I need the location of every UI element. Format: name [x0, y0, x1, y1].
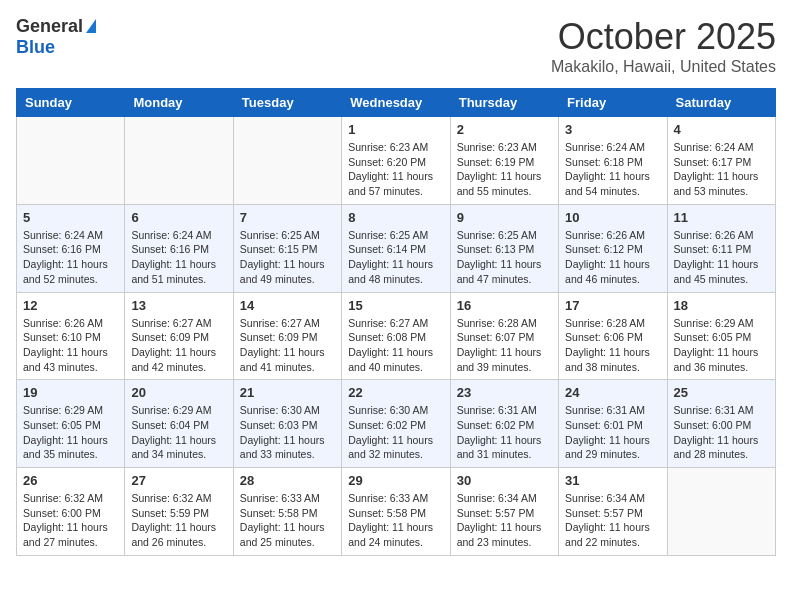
- calendar-cell: 24Sunrise: 6:31 AM Sunset: 6:01 PM Dayli…: [559, 380, 667, 468]
- weekday-header-thursday: Thursday: [450, 89, 558, 117]
- day-info: Sunrise: 6:33 AM Sunset: 5:58 PM Dayligh…: [240, 491, 335, 550]
- day-info: Sunrise: 6:26 AM Sunset: 6:11 PM Dayligh…: [674, 228, 769, 287]
- day-number: 14: [240, 298, 335, 313]
- calendar-cell: 29Sunrise: 6:33 AM Sunset: 5:58 PM Dayli…: [342, 468, 450, 556]
- calendar-cell: 21Sunrise: 6:30 AM Sunset: 6:03 PM Dayli…: [233, 380, 341, 468]
- calendar-cell: 20Sunrise: 6:29 AM Sunset: 6:04 PM Dayli…: [125, 380, 233, 468]
- day-number: 5: [23, 210, 118, 225]
- day-info: Sunrise: 6:23 AM Sunset: 6:19 PM Dayligh…: [457, 140, 552, 199]
- day-info: Sunrise: 6:29 AM Sunset: 6:05 PM Dayligh…: [674, 316, 769, 375]
- calendar-cell: 27Sunrise: 6:32 AM Sunset: 5:59 PM Dayli…: [125, 468, 233, 556]
- weekday-header-sunday: Sunday: [17, 89, 125, 117]
- calendar-cell: 28Sunrise: 6:33 AM Sunset: 5:58 PM Dayli…: [233, 468, 341, 556]
- day-number: 23: [457, 385, 552, 400]
- day-info: Sunrise: 6:32 AM Sunset: 6:00 PM Dayligh…: [23, 491, 118, 550]
- day-number: 2: [457, 122, 552, 137]
- day-number: 26: [23, 473, 118, 488]
- day-number: 6: [131, 210, 226, 225]
- calendar-cell: 15Sunrise: 6:27 AM Sunset: 6:08 PM Dayli…: [342, 292, 450, 380]
- page-header: General Blue October 2025 Makakilo, Hawa…: [16, 16, 776, 76]
- calendar-cell: 4Sunrise: 6:24 AM Sunset: 6:17 PM Daylig…: [667, 117, 775, 205]
- weekday-header-saturday: Saturday: [667, 89, 775, 117]
- day-info: Sunrise: 6:23 AM Sunset: 6:20 PM Dayligh…: [348, 140, 443, 199]
- day-number: 7: [240, 210, 335, 225]
- calendar-cell: 22Sunrise: 6:30 AM Sunset: 6:02 PM Dayli…: [342, 380, 450, 468]
- day-number: 22: [348, 385, 443, 400]
- weekday-header-row: SundayMondayTuesdayWednesdayThursdayFrid…: [17, 89, 776, 117]
- day-number: 12: [23, 298, 118, 313]
- day-info: Sunrise: 6:28 AM Sunset: 6:07 PM Dayligh…: [457, 316, 552, 375]
- day-number: 8: [348, 210, 443, 225]
- calendar-cell: 18Sunrise: 6:29 AM Sunset: 6:05 PM Dayli…: [667, 292, 775, 380]
- logo-general: General: [16, 16, 83, 37]
- day-info: Sunrise: 6:25 AM Sunset: 6:15 PM Dayligh…: [240, 228, 335, 287]
- day-info: Sunrise: 6:33 AM Sunset: 5:58 PM Dayligh…: [348, 491, 443, 550]
- day-info: Sunrise: 6:24 AM Sunset: 6:16 PM Dayligh…: [23, 228, 118, 287]
- location-subtitle: Makakilo, Hawaii, United States: [551, 58, 776, 76]
- calendar-cell: [125, 117, 233, 205]
- calendar-cell: 13Sunrise: 6:27 AM Sunset: 6:09 PM Dayli…: [125, 292, 233, 380]
- day-number: 16: [457, 298, 552, 313]
- calendar-cell: 23Sunrise: 6:31 AM Sunset: 6:02 PM Dayli…: [450, 380, 558, 468]
- day-number: 1: [348, 122, 443, 137]
- day-number: 13: [131, 298, 226, 313]
- day-info: Sunrise: 6:25 AM Sunset: 6:13 PM Dayligh…: [457, 228, 552, 287]
- day-number: 28: [240, 473, 335, 488]
- day-number: 29: [348, 473, 443, 488]
- day-number: 20: [131, 385, 226, 400]
- logo: General Blue: [16, 16, 96, 58]
- day-info: Sunrise: 6:24 AM Sunset: 6:16 PM Dayligh…: [131, 228, 226, 287]
- day-number: 3: [565, 122, 660, 137]
- calendar-cell: 31Sunrise: 6:34 AM Sunset: 5:57 PM Dayli…: [559, 468, 667, 556]
- calendar-cell: 5Sunrise: 6:24 AM Sunset: 6:16 PM Daylig…: [17, 204, 125, 292]
- day-info: Sunrise: 6:29 AM Sunset: 6:05 PM Dayligh…: [23, 403, 118, 462]
- day-info: Sunrise: 6:24 AM Sunset: 6:18 PM Dayligh…: [565, 140, 660, 199]
- calendar-cell: 11Sunrise: 6:26 AM Sunset: 6:11 PM Dayli…: [667, 204, 775, 292]
- calendar-cell: [667, 468, 775, 556]
- calendar-cell: 12Sunrise: 6:26 AM Sunset: 6:10 PM Dayli…: [17, 292, 125, 380]
- title-section: October 2025 Makakilo, Hawaii, United St…: [551, 16, 776, 76]
- day-number: 21: [240, 385, 335, 400]
- weekday-header-friday: Friday: [559, 89, 667, 117]
- day-number: 24: [565, 385, 660, 400]
- day-number: 19: [23, 385, 118, 400]
- week-row-5: 26Sunrise: 6:32 AM Sunset: 6:00 PM Dayli…: [17, 468, 776, 556]
- day-number: 10: [565, 210, 660, 225]
- day-number: 9: [457, 210, 552, 225]
- day-info: Sunrise: 6:28 AM Sunset: 6:06 PM Dayligh…: [565, 316, 660, 375]
- day-info: Sunrise: 6:26 AM Sunset: 6:12 PM Dayligh…: [565, 228, 660, 287]
- day-number: 4: [674, 122, 769, 137]
- logo-triangle-icon: [86, 19, 96, 33]
- day-number: 11: [674, 210, 769, 225]
- calendar-cell: 9Sunrise: 6:25 AM Sunset: 6:13 PM Daylig…: [450, 204, 558, 292]
- calendar-table: SundayMondayTuesdayWednesdayThursdayFrid…: [16, 88, 776, 556]
- day-number: 25: [674, 385, 769, 400]
- day-info: Sunrise: 6:30 AM Sunset: 6:03 PM Dayligh…: [240, 403, 335, 462]
- day-info: Sunrise: 6:24 AM Sunset: 6:17 PM Dayligh…: [674, 140, 769, 199]
- day-info: Sunrise: 6:31 AM Sunset: 6:00 PM Dayligh…: [674, 403, 769, 462]
- calendar-cell: [233, 117, 341, 205]
- calendar-body: 1Sunrise: 6:23 AM Sunset: 6:20 PM Daylig…: [17, 117, 776, 556]
- calendar-cell: 26Sunrise: 6:32 AM Sunset: 6:00 PM Dayli…: [17, 468, 125, 556]
- calendar-cell: 7Sunrise: 6:25 AM Sunset: 6:15 PM Daylig…: [233, 204, 341, 292]
- day-number: 18: [674, 298, 769, 313]
- calendar-cell: 2Sunrise: 6:23 AM Sunset: 6:19 PM Daylig…: [450, 117, 558, 205]
- week-row-3: 12Sunrise: 6:26 AM Sunset: 6:10 PM Dayli…: [17, 292, 776, 380]
- calendar-cell: 19Sunrise: 6:29 AM Sunset: 6:05 PM Dayli…: [17, 380, 125, 468]
- week-row-2: 5Sunrise: 6:24 AM Sunset: 6:16 PM Daylig…: [17, 204, 776, 292]
- day-info: Sunrise: 6:27 AM Sunset: 6:09 PM Dayligh…: [240, 316, 335, 375]
- weekday-header-wednesday: Wednesday: [342, 89, 450, 117]
- calendar-cell: 14Sunrise: 6:27 AM Sunset: 6:09 PM Dayli…: [233, 292, 341, 380]
- calendar-cell: [17, 117, 125, 205]
- weekday-header-tuesday: Tuesday: [233, 89, 341, 117]
- calendar-cell: 25Sunrise: 6:31 AM Sunset: 6:00 PM Dayli…: [667, 380, 775, 468]
- day-number: 27: [131, 473, 226, 488]
- calendar-cell: 1Sunrise: 6:23 AM Sunset: 6:20 PM Daylig…: [342, 117, 450, 205]
- day-number: 17: [565, 298, 660, 313]
- calendar-cell: 17Sunrise: 6:28 AM Sunset: 6:06 PM Dayli…: [559, 292, 667, 380]
- day-info: Sunrise: 6:30 AM Sunset: 6:02 PM Dayligh…: [348, 403, 443, 462]
- calendar-header: SundayMondayTuesdayWednesdayThursdayFrid…: [17, 89, 776, 117]
- calendar-cell: 3Sunrise: 6:24 AM Sunset: 6:18 PM Daylig…: [559, 117, 667, 205]
- day-info: Sunrise: 6:25 AM Sunset: 6:14 PM Dayligh…: [348, 228, 443, 287]
- day-info: Sunrise: 6:27 AM Sunset: 6:08 PM Dayligh…: [348, 316, 443, 375]
